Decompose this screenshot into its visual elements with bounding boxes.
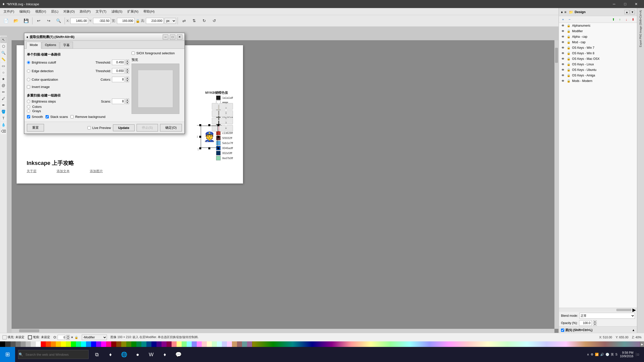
menu-help[interactable]: 帮助(H) [141,9,157,15]
edge-down[interactable]: ▼ [126,71,129,74]
scans-input[interactable] [112,99,125,104]
rotate-cw[interactable]: ↻ [199,17,209,25]
flip-v[interactable]: ⇅ [189,17,198,25]
panel-item-os-linux[interactable]: 👁 🔒 OS Keys - Linux [559,62,637,67]
select-tool[interactable]: ↖ [1,37,7,43]
x-input[interactable] [70,18,88,24]
opacity-down[interactable]: ▼ [593,323,597,326]
colors-multi-radio[interactable] [27,105,30,108]
dialog-tab-subtitle[interactable]: 字幕 [60,42,73,49]
layers-header[interactable]: 层(S) (Shift+Ctrl+L) ▲ [559,327,637,334]
spiral-tool[interactable]: @ [1,82,7,88]
panel-scrollbar[interactable]: ▶ [559,308,637,312]
pencil-tool[interactable]: ✏ [1,89,7,95]
blend-select[interactable]: 正常 正片叠底 屏幕 [579,313,635,319]
opacity-up[interactable]: ▲ [593,320,597,323]
task-view-button[interactable]: ⧉ [91,347,103,362]
eraser-tool[interactable]: ⌫ [1,128,7,134]
v-scrollbar[interactable] [554,40,558,329]
panel-item-mods-modern[interactable]: 👁 🔒 Mods - Modern [559,78,637,84]
scans-up[interactable]: ▲ [126,99,129,101]
minimize-button[interactable]: ─ [609,1,619,8]
opacity-status-input[interactable] [58,335,65,340]
panel-item-alpha-cap[interactable]: 👁 🔒 Alpha - cap [559,34,637,39]
new-button[interactable]: 📄 [2,17,11,25]
unit-select[interactable]: px mm cm [165,18,176,24]
dialog-tab-mode[interactable]: Mode [26,42,41,49]
inkscape2-taskbar[interactable]: ♦ [158,347,171,362]
tray-expand[interactable]: ∧ [587,353,589,356]
redo-button[interactable]: ↪ [44,17,53,25]
color-bar-black[interactable] [0,341,6,347]
edge-label[interactable]: Edge detection [32,69,54,73]
colors-multi-label[interactable]: Colors [32,105,42,109]
panel-item-os-amiga[interactable]: 👁 🔒 OS Keys - Amiga [559,73,637,78]
panel-item-os-win7[interactable]: 👁 🔒 OS Keys - Win 7 [559,45,637,51]
dialog-close[interactable]: ✕ [177,34,182,39]
brightness-threshold-input[interactable] [112,60,125,65]
grays-label[interactable]: Grays [32,109,41,113]
color-quant-radio[interactable] [27,78,30,81]
panel-scroll-down[interactable]: ▼ [630,10,635,14]
siox-label[interactable]: SIOX foreground selection [136,51,175,55]
tray-volume[interactable]: 🔊 [600,353,604,356]
stack-scans-checkbox[interactable] [46,115,49,118]
h-input[interactable] [146,18,164,24]
menu-text[interactable]: 文字(T) [93,9,109,15]
remove-bg-label[interactable]: Remove background [75,115,105,119]
panel-add-btn[interactable]: + [560,17,566,22]
measure-tool[interactable]: 📏 [1,56,7,62]
menu-layer[interactable]: 层(L) [49,9,61,15]
stack-scans-label[interactable]: Stack scans [50,115,68,119]
reset-button[interactable]: 重置 [27,124,44,131]
start-button[interactable]: ⊞ [0,347,15,362]
update-button[interactable]: Update [113,124,135,131]
color-scroll-right[interactable]: ▶ [640,341,644,347]
color-quant-label[interactable]: Color quantization [32,78,58,81]
panel-down-arrow[interactable]: ↓ [623,17,629,22]
menu-object[interactable]: 对象(O) [61,9,77,15]
panel-item-alphanumeric[interactable]: 👁 🔒 Alphanumeric [559,23,637,28]
save-button[interactable]: 💾 [22,17,31,25]
tray-lang[interactable]: 英 [611,352,614,357]
stop-button[interactable]: 停止(S) [137,124,158,131]
search-input[interactable] [18,350,89,359]
star-tool[interactable]: ★ [1,76,7,82]
dropper-tool[interactable]: 💧 [1,122,7,128]
panel-scroll-up[interactable]: ▲ [624,10,629,14]
bright-steps-radio[interactable] [27,100,30,103]
menu-extension[interactable]: 扩展(N) [125,9,141,15]
smooth-checkbox[interactable] [27,115,30,118]
menu-edit[interactable]: 编辑(E) [17,9,33,15]
clock[interactable]: 9:58 PM 10/9/2016 [620,351,633,358]
rotate-ccw[interactable]: ↺ [210,17,219,25]
edge-up[interactable]: ▲ [126,68,129,71]
invert-checkbox[interactable] [27,85,30,88]
smooth-label[interactable]: Smooth [32,115,43,119]
h-scrollbar[interactable] [12,329,554,333]
panel-item-os-win8[interactable]: 👁 🔒 OS Keys - Win 8 [559,51,637,56]
panel-item-mod-cap[interactable]: 👁 🔒 Mod - cap [559,39,637,45]
maximize-button[interactable]: □ [620,1,630,8]
layers-checkbox[interactable] [561,329,564,332]
show-desktop[interactable]: □ [636,353,639,356]
brightness-up[interactable]: ▲ [126,60,129,62]
tray-network[interactable]: 📶 [595,353,599,356]
menu-path[interactable]: 路径(P) [77,9,93,15]
panel-down-red[interactable]: ⬇ [630,17,636,22]
inkscape-taskbar[interactable]: ♦ [104,347,117,362]
menu-filter[interactable]: 滤镜(S) [109,9,125,15]
dialog-maximize[interactable]: □ [170,34,175,39]
panel-minus-btn[interactable]: − [567,17,573,22]
colors-down[interactable]: ▼ [126,79,129,82]
word-taskbar[interactable]: W [145,347,157,362]
edge-taskbar[interactable]: 🌐 [118,347,130,362]
invert-label[interactable]: Invert image [32,85,50,89]
modifier-select[interactable]: -Modifier [82,335,107,340]
siox-checkbox[interactable] [132,52,135,55]
panel-up-arrow[interactable]: ↑ [617,17,623,22]
text-tool[interactable]: T [1,115,7,121]
bright-steps-label[interactable]: Brightness steps [32,100,56,103]
dialog-minimize[interactable]: ─ [163,34,168,39]
guide-link-layers[interactable]: 关于层 [27,169,36,173]
